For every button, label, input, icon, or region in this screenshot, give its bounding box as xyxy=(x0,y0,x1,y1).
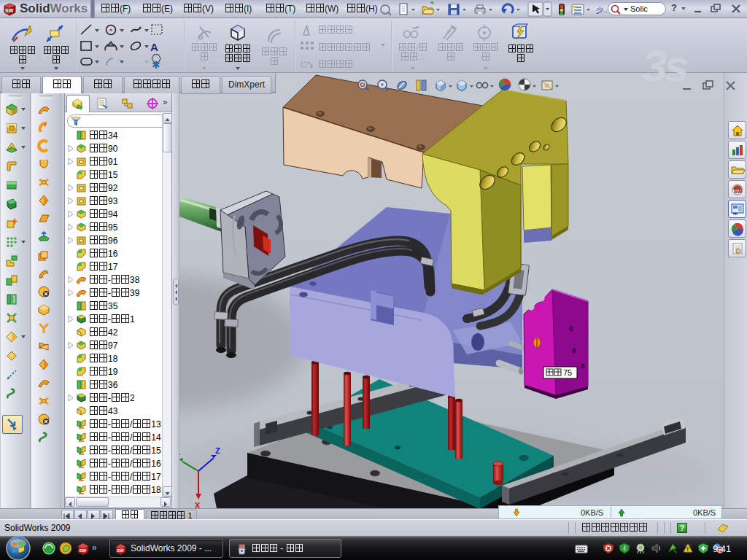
svg-text:SW: SW xyxy=(80,548,87,553)
svg-text:SW: SW xyxy=(117,548,124,553)
svg-text:少..: 少.. xyxy=(596,6,608,14)
svg-text:✱: ✱ xyxy=(152,59,160,71)
svg-text:SW: SW xyxy=(5,8,14,13)
svg-text:SW: SW xyxy=(734,189,743,194)
svg-text:»: » xyxy=(92,542,97,553)
svg-text:X: X xyxy=(195,501,201,508)
svg-text:75: 75 xyxy=(563,368,572,377)
svg-text:A: A xyxy=(150,41,158,53)
svg-text:Z: Z xyxy=(215,446,220,455)
svg-text:+: + xyxy=(446,28,451,36)
